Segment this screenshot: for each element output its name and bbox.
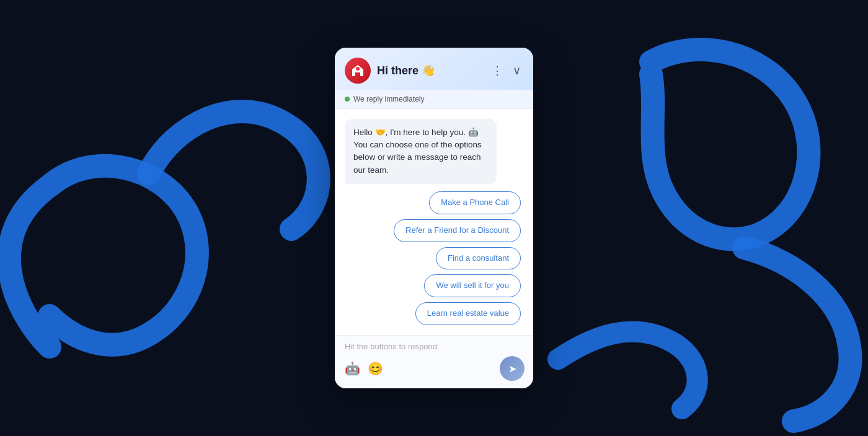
send-icon: ➤ (508, 363, 516, 375)
option-phone-call[interactable]: Make a Phone Call (429, 191, 521, 214)
header-actions: ⋮ ∨ (489, 63, 523, 79)
robot-icon-button[interactable]: 🤖 (343, 360, 361, 377)
status-bar: We reply immediately (335, 90, 533, 109)
svg-point-0 (356, 67, 360, 71)
option-find-consultant[interactable]: Find a consultant (436, 247, 521, 270)
status-dot (345, 97, 350, 102)
collapse-button[interactable]: ∨ (510, 63, 523, 79)
avatar (345, 58, 371, 84)
input-icons: 🤖 😊 (343, 360, 495, 377)
options-container: Make a Phone Call Refer a Friend for a D… (345, 191, 523, 325)
emoji-icon-button[interactable]: 😊 (366, 360, 384, 377)
option-sell[interactable]: We will sell it for you (424, 274, 521, 297)
status-text: We reply immediately (353, 95, 424, 103)
menu-button[interactable]: ⋮ (489, 63, 505, 79)
input-placeholder: Hit the buttons to respond (343, 342, 525, 351)
input-area: Hit the buttons to respond 🤖 😊 ➤ (335, 335, 533, 388)
option-refer-friend[interactable]: Refer a Friend for a Discount (394, 219, 521, 242)
option-real-estate-value[interactable]: Learn real estate value (415, 302, 521, 325)
chat-header: Hi there 👋 ⋮ ∨ (335, 48, 533, 90)
bot-message: Hello 🤝, I'm here to help you. 🤖 You can… (345, 119, 497, 184)
send-button[interactable]: ➤ (500, 356, 525, 381)
chat-title: Hi there 👋 (377, 64, 483, 77)
chat-widget: Hi there 👋 ⋮ ∨ We reply immediately Hell… (335, 48, 533, 388)
messages-area: Hello 🤝, I'm here to help you. 🤖 You can… (335, 109, 533, 335)
logo-icon (350, 63, 366, 79)
input-row: 🤖 😊 ➤ (343, 356, 525, 381)
